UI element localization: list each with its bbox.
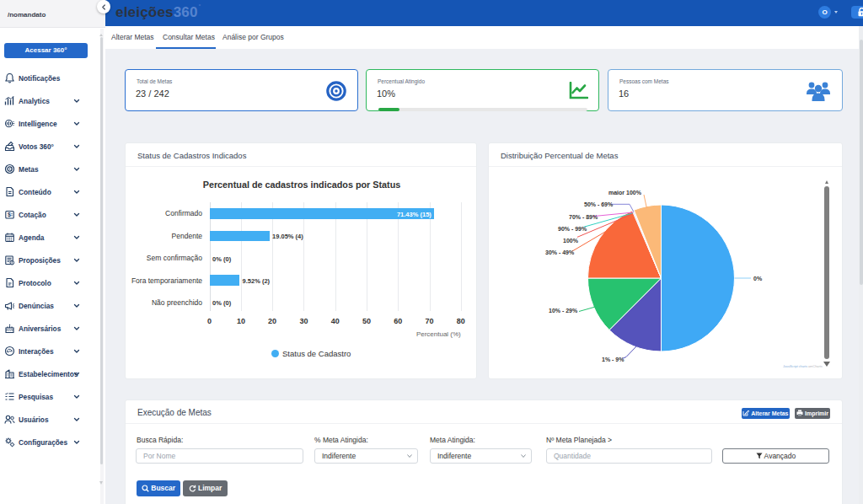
svg-text:$: $ xyxy=(8,212,11,218)
